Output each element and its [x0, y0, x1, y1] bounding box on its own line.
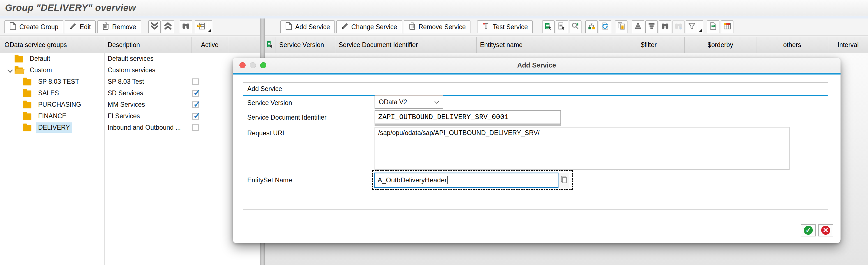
- remove-group-label: Remove: [112, 23, 136, 31]
- tree-row-default[interactable]: Default Default services: [0, 53, 260, 64]
- edit-group-button[interactable]: Edit: [65, 21, 96, 33]
- active-checkbox[interactable]: [192, 113, 199, 120]
- group-description: MM Services: [104, 101, 191, 108]
- expand-all-button[interactable]: [162, 21, 174, 33]
- horizontal-scrollbar[interactable]: [375, 124, 561, 126]
- change-service-button[interactable]: Change Service: [336, 21, 402, 33]
- service-document-identifier-label: Service Document Identifier: [247, 114, 327, 121]
- folder-icon: [23, 125, 31, 131]
- cancel-button[interactable]: ✕: [818, 224, 833, 236]
- test-service-button[interactable]: Test Service: [477, 21, 532, 33]
- remove-service-button[interactable]: Remove Service: [404, 21, 471, 33]
- value-help-icon: [560, 175, 567, 185]
- pencil-icon: [69, 23, 77, 31]
- folder-icon: [23, 79, 31, 86]
- search-list-button[interactable]: [569, 21, 582, 33]
- dialog-titlebar[interactable]: Add Service: [233, 58, 840, 73]
- sort-ascending-button[interactable]: [632, 21, 644, 33]
- new-document-icon: [9, 22, 17, 32]
- double-chevron-up-icon: [164, 22, 172, 32]
- column-header-description[interactable]: Description: [104, 37, 191, 53]
- find-button[interactable]: [180, 21, 192, 33]
- value-help-button[interactable]: [558, 172, 569, 188]
- edit-group-label: Edit: [80, 23, 91, 31]
- tree-row-delivery[interactable]: DELIVERY Inbound and Outbound ...: [0, 122, 260, 133]
- group-name: PURCHASING: [36, 99, 83, 110]
- test-icon: [482, 22, 490, 32]
- export-button[interactable]: [707, 21, 719, 33]
- grid-layout-icon: [723, 22, 731, 32]
- tree-row-sales[interactable]: SALES SD Services: [0, 88, 260, 99]
- tree-row-finance[interactable]: FINANCE FI Services: [0, 110, 260, 122]
- application-window: Group "DELIVERY" overview Create Group E…: [0, 0, 868, 265]
- sort-descending-button[interactable]: [645, 21, 658, 33]
- services-toolbar: Add Service Change Service Remove Servic…: [265, 19, 868, 35]
- service-version-value: OData V2: [379, 98, 435, 106]
- column-header-interval[interactable]: Interval: [828, 37, 868, 53]
- active-checkbox[interactable]: [192, 124, 199, 131]
- active-checkbox[interactable]: [192, 90, 199, 97]
- create-group-button[interactable]: Create Group: [4, 21, 63, 33]
- group-description: SD Services: [104, 89, 191, 97]
- choose-layout-button[interactable]: [195, 21, 207, 33]
- service-document-identifier-input[interactable]: [375, 110, 561, 124]
- details-button[interactable]: [542, 21, 555, 33]
- hierarchy-icon: [588, 22, 595, 32]
- tree-row-sp803[interactable]: SP 8.03 TEST SP 8.03 Test: [0, 76, 260, 88]
- find-button[interactable]: [659, 21, 671, 33]
- dialog-title: Add Service: [233, 61, 840, 69]
- entityset-name-input[interactable]: A_OutbDeliveryHeader: [374, 172, 558, 188]
- group-description: SP 8.03 Test: [104, 78, 191, 86]
- groups-toolbar: Create Group Edit Remove: [0, 19, 260, 35]
- collapse-all-button[interactable]: [148, 21, 161, 33]
- zoom-window-icon[interactable]: [260, 62, 266, 68]
- minimize-window-icon[interactable]: [250, 62, 256, 68]
- groups-tree: Default Default services Custom Custom s…: [0, 53, 260, 265]
- table-layout-icon: [197, 22, 205, 32]
- search-list-icon: [571, 22, 579, 32]
- request-uri-textarea[interactable]: /sap/opu/odata/sap/API_OUTBOUND_DELIVERY…: [375, 127, 789, 170]
- groups-grid-header: OData service groups Description Active: [0, 37, 260, 53]
- active-checkbox[interactable]: [192, 78, 199, 85]
- column-header-service-document-identifier[interactable]: Service Document Identifier: [335, 37, 476, 53]
- tree-row-custom[interactable]: Custom Custom services: [0, 64, 260, 76]
- chevron-down-icon: [435, 100, 439, 104]
- column-header-filter[interactable]: $filter: [613, 37, 685, 53]
- active-checkbox[interactable]: [192, 101, 199, 108]
- add-service-button[interactable]: Add Service: [280, 21, 335, 33]
- service-version-label: Service Version: [247, 99, 292, 107]
- service-version-select[interactable]: OData V2: [375, 95, 443, 109]
- display-list-button[interactable]: [556, 21, 568, 33]
- find-next-button[interactable]: [672, 21, 685, 33]
- change-service-label: Change Service: [351, 23, 397, 31]
- collapse-node-icon[interactable]: [7, 67, 14, 73]
- filter-button[interactable]: [686, 21, 698, 33]
- refresh-button[interactable]: [599, 21, 611, 33]
- remove-group-button[interactable]: Remove: [97, 21, 141, 33]
- binoculars-plus-icon: [674, 23, 683, 31]
- close-window-icon[interactable]: [240, 62, 246, 68]
- group-name: FINANCE: [36, 111, 69, 121]
- choose-layout-dropdown[interactable]: [207, 21, 212, 33]
- column-header-service-version[interactable]: Service Version: [276, 37, 335, 53]
- entityset-name-label: EntitySet Name: [247, 176, 292, 184]
- confirm-button[interactable]: ✓: [801, 224, 816, 236]
- add-service-dialog: Add Service Add Service Service Version …: [233, 58, 840, 243]
- binoculars-icon: [182, 23, 190, 31]
- select-all-header-cell[interactable]: [265, 37, 276, 53]
- column-header-active[interactable]: Active: [191, 37, 228, 53]
- test-service-label: Test Service: [493, 23, 528, 31]
- column-header-groups[interactable]: OData service groups: [0, 37, 104, 53]
- hierarchy-button[interactable]: [585, 21, 598, 33]
- remove-service-label: Remove Service: [418, 23, 466, 31]
- choose-layout-button[interactable]: [721, 21, 734, 33]
- column-header-orderby[interactable]: $orderby: [685, 37, 756, 53]
- column-header-others[interactable]: others: [756, 37, 828, 53]
- group-name: SALES: [36, 88, 61, 98]
- copy-button[interactable]: [615, 21, 627, 33]
- filter-dropdown[interactable]: [698, 21, 703, 33]
- folder-icon: [23, 91, 31, 97]
- expander-placeholder: [7, 56, 14, 62]
- tree-row-purchasing[interactable]: PURCHASING MM Services: [0, 99, 260, 110]
- column-header-entityset-name[interactable]: Entityset name: [476, 37, 613, 53]
